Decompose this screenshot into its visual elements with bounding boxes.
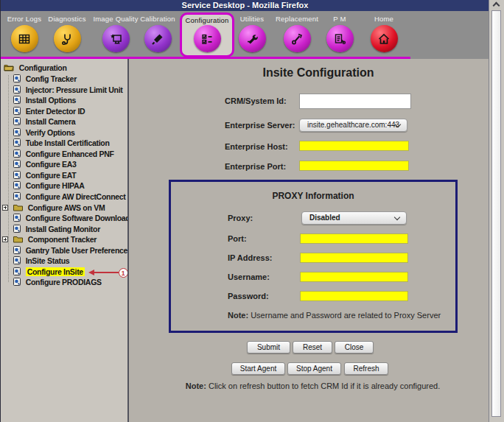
refresh-button[interactable]: Refresh <box>344 362 388 375</box>
toolbar-item-replacement[interactable]: Replacement <box>273 15 321 55</box>
tree-item-label: Enter Detector ID <box>26 107 85 116</box>
tree-item-label: Configure Enhanced PNF <box>26 150 114 158</box>
tree-item-label: Configure AWS on VM <box>28 203 105 212</box>
main-toolbar: Error Logs Diagnostics Image Quality <box>1 11 489 59</box>
footer-note-label: Note: <box>186 381 206 390</box>
tree-item[interactable]: Configure EAT <box>1 170 127 181</box>
tree-item-label: Config Tracker <box>26 74 77 83</box>
tree-item[interactable]: Configure PRODIAGS <box>1 277 127 288</box>
tree-item[interactable]: Config Tracker <box>1 74 127 85</box>
document-icon <box>13 181 21 189</box>
scrollbar-thumb[interactable] <box>491 10 501 417</box>
tree-item[interactable]: Configure Software Download <box>1 213 127 224</box>
proxy-title: PROXY Information <box>171 191 455 201</box>
toolbar-item-configuration[interactable]: Configuration <box>180 13 234 57</box>
tree-item-label: Install Options <box>26 96 76 105</box>
tree-item[interactable]: InSite Status <box>1 256 127 267</box>
toolbar-item-calibration[interactable]: Calibration <box>134 15 181 55</box>
proxy-password-input[interactable] <box>300 291 408 301</box>
clipboard-wrench-icon <box>326 25 354 52</box>
scroll-up-icon[interactable] <box>493 2 500 10</box>
tree-item[interactable]: Configure Enhanced PNF <box>1 149 127 160</box>
tree-item[interactable]: Configure AW DirectConnect <box>1 191 127 203</box>
toolbar-label: Image Quality <box>92 15 139 23</box>
submit-button[interactable]: Submit <box>247 341 290 354</box>
tree-item-label: InSite Status <box>26 256 70 265</box>
tree-item-label: Configure HIPAA <box>26 181 85 190</box>
proxy-select[interactable]: Disabled <box>301 211 407 225</box>
crm-system-id-input[interactable] <box>299 94 411 109</box>
window-title: Service Desktop - Mozilla Firefox <box>1 0 489 11</box>
proxy-port-input[interactable] <box>300 233 408 244</box>
document-icon <box>13 256 21 264</box>
enterprise-host-input[interactable] <box>299 141 409 151</box>
toolbar-item-utilities[interactable]: Utilities <box>228 15 276 55</box>
toolbar-item-home[interactable]: Home <box>360 15 407 55</box>
toolbar-label: Utilities <box>228 15 276 23</box>
document-icon <box>13 85 21 94</box>
toolbar-item-pm[interactable]: P M <box>316 15 363 55</box>
service-desktop-window: Service Desktop - Mozilla Firefox ✕ Erro… <box>0 0 504 422</box>
enterprise-port-input[interactable] <box>299 161 409 171</box>
page-title: Insite Configuration <box>147 66 489 80</box>
enterprise-host-label: Enterprise Host: <box>225 142 288 151</box>
tree-item[interactable]: Tube Install Certification <box>1 138 127 149</box>
chevron-down-icon <box>394 214 400 220</box>
tree-item-label: Verify Options <box>26 128 75 137</box>
document-icon <box>13 225 21 233</box>
tree-item[interactable]: Install Camera <box>1 116 127 127</box>
tree-item[interactable]: Configure EA3 <box>1 159 127 170</box>
toolbar-item-error-logs[interactable]: Error Logs <box>1 15 48 55</box>
tree-item[interactable]: Verify Options <box>1 127 127 138</box>
monitor-star-icon <box>102 25 130 52</box>
expand-plus-icon[interactable] <box>2 205 8 211</box>
tree-item[interactable]: Injector: Pressure Limit Unit <box>1 85 127 96</box>
proxy-ip-label: IP Address: <box>228 253 273 262</box>
tree-item[interactable]: Configure HIPAA <box>1 180 127 191</box>
proxy-note-label: Note: <box>228 311 248 320</box>
spanner-icon <box>284 25 311 52</box>
tree-item[interactable]: Configure InSite 1 <box>1 267 127 278</box>
proxy-username-label: Username: <box>228 272 270 281</box>
tree-item[interactable]: Install Options <box>1 95 127 106</box>
proxy-information-box: PROXY Information Proxy: Disabled Port: … <box>169 180 458 333</box>
tree-root-configuration[interactable]: Configuration <box>4 63 127 74</box>
tree-item-label: Configure PRODIAGS <box>26 278 102 286</box>
wrench-icon <box>239 25 266 52</box>
tree-item[interactable]: Install Gating Monitor <box>1 224 127 235</box>
expand-plus-icon[interactable] <box>2 236 8 242</box>
tree-item[interactable]: Gantry Table User Preference <box>1 245 127 256</box>
configuration-tree: Configuration Config Tracker <box>1 59 127 422</box>
document-icon <box>13 267 21 275</box>
callout-arrow-shaft <box>94 272 119 273</box>
checklist-icon <box>194 25 221 52</box>
tree-item-label: Configure EA3 <box>26 160 77 169</box>
tree-item[interactable]: Component Tracker <box>1 234 127 245</box>
proxy-username-input[interactable] <box>300 272 408 282</box>
vertical-scrollbar[interactable] <box>489 0 504 422</box>
document-icon <box>13 74 21 82</box>
insite-configuration-panel: Insite Configuration CRM/System Id: Ente… <box>129 59 489 422</box>
toolbar-label: P M <box>316 15 363 23</box>
stop-agent-button[interactable]: Stop Agent <box>287 362 341 375</box>
tree-item-label: Configure EAT <box>26 171 77 180</box>
title-bar: Service Desktop - Mozilla Firefox <box>1 0 489 11</box>
tree-item[interactable]: Configure AWS on VM <box>1 203 127 214</box>
toolbar-label: Diagnostics <box>43 15 91 23</box>
document-icon <box>13 214 21 222</box>
proxy-note: Note: Username and Password are related … <box>228 311 441 320</box>
enterprise-server-select[interactable]: insite.gehealthcare.com:443 <box>299 119 407 132</box>
document-icon <box>13 117 21 125</box>
enterprise-server-label: Enterprise Server: <box>225 121 295 130</box>
close-button[interactable]: Close <box>335 341 374 354</box>
proxy-ip-input[interactable] <box>300 253 408 263</box>
tree-item[interactable]: Enter Detector ID <box>1 106 127 117</box>
toolbar-item-diagnostics[interactable]: Diagnostics <box>43 15 91 55</box>
reset-button[interactable]: Reset <box>293 341 332 354</box>
document-icon <box>13 160 21 168</box>
toolbar-item-image-quality[interactable]: Image Quality <box>92 15 139 55</box>
enterprise-port-label: Enterprise Port: <box>225 162 286 171</box>
document-icon <box>13 107 21 115</box>
crm-system-id-label: CRM/System Id: <box>225 96 287 105</box>
start-agent-button[interactable]: Start Agent <box>231 362 285 375</box>
